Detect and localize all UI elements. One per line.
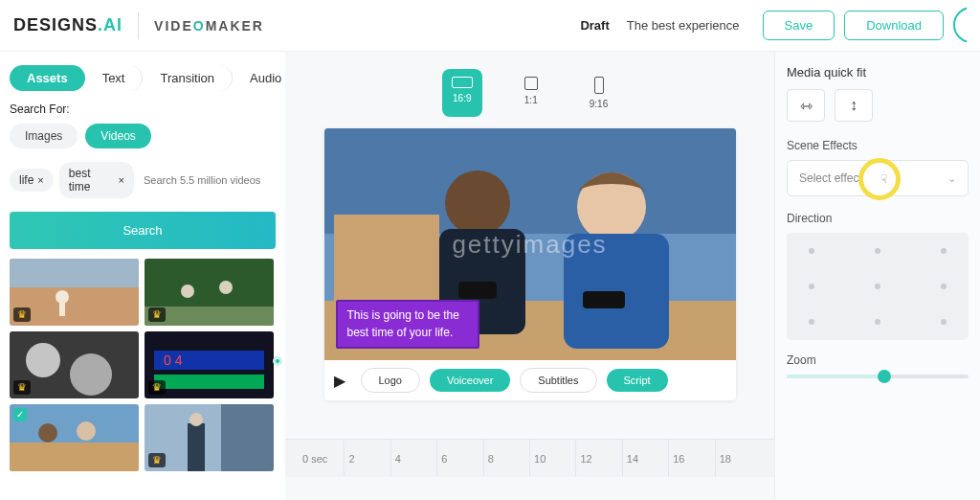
product-name: VIDEOMAKER (154, 18, 264, 34)
download-button[interactable]: Download (844, 11, 944, 40)
direction-ne[interactable] (941, 248, 947, 254)
svg-rect-26 (334, 215, 439, 310)
premium-icon: ♛ (13, 380, 31, 395)
pill-videos[interactable]: Videos (85, 124, 150, 148)
chip-logo[interactable]: Logo (361, 368, 420, 393)
project-title: The best experience (627, 18, 740, 33)
aspect-9-16[interactable]: 9:16 (580, 69, 617, 117)
play-icon[interactable]: ▶ (334, 372, 345, 390)
video-thumb[interactable]: ♛ (10, 259, 139, 326)
results-gallery: ♛ ♛ ♛ 0 4 ♛ ✓ (10, 259, 276, 471)
canvas-area: 16:9 1:1 9:16 (285, 52, 774, 500)
zoom-knob[interactable] (878, 370, 891, 383)
svg-rect-16 (10, 443, 139, 471)
svg-point-2 (56, 290, 69, 304)
search-input[interactable] (144, 174, 276, 186)
svg-text:0 4: 0 4 (164, 352, 183, 368)
aspect-1-1[interactable]: 1:1 (515, 69, 547, 117)
fit-horizontal-button[interactable]: ⇿ (787, 89, 825, 122)
direction-se[interactable] (941, 319, 947, 325)
svg-rect-29 (458, 282, 497, 299)
media-fit-label: Media quick fit (787, 65, 969, 80)
svg-rect-32 (583, 291, 625, 308)
svg-point-22 (189, 413, 203, 426)
svg-point-9 (26, 343, 60, 377)
caption-overlay[interactable]: This is going to be the best time of you… (336, 300, 479, 349)
tag-life[interactable]: life × (10, 169, 54, 192)
direction-nw[interactable] (809, 248, 814, 254)
direction-n[interactable] (875, 248, 880, 254)
chevron-down-icon: ⌄ (947, 172, 956, 185)
tab-transition[interactable]: Transition (143, 65, 233, 91)
search-button[interactable]: Search (10, 212, 276, 249)
properties-panel: Media quick fit ⇿ ↕ Scene Effects Select… (774, 52, 980, 500)
timeline-tick: 6 (437, 440, 483, 477)
svg-point-17 (38, 423, 57, 443)
cursor-hand-icon: ☟ (880, 172, 887, 186)
zoom-slider[interactable] (787, 375, 969, 378)
app-header: DESIGNS.AI VIDEOMAKER Draft The best exp… (0, 0, 980, 52)
svg-point-7 (219, 281, 233, 294)
svg-rect-1 (10, 259, 139, 287)
avatar[interactable] (953, 7, 967, 43)
brand-logo: DESIGNS.AI (13, 15, 122, 35)
timeline-tick: 4 (391, 440, 437, 477)
search-for-label: Search For: (10, 102, 276, 116)
fit-horizontal-icon: ⇿ (800, 97, 813, 115)
timeline-tick: 10 (530, 440, 576, 477)
video-preview[interactable]: gettyimages This is going to be the best… (324, 128, 736, 360)
timeline-tick: 2 (345, 440, 390, 477)
tab-text[interactable]: Text (85, 65, 144, 91)
timeline-tick: 12 (576, 440, 622, 477)
video-thumb[interactable]: ✓ (10, 404, 139, 471)
timeline-tick: 14 (623, 440, 669, 477)
save-button[interactable]: Save (763, 11, 835, 40)
timeline-tick: 18 (716, 440, 761, 477)
tab-audio[interactable]: Audio (233, 65, 299, 91)
scene-effects-label: Scene Effects (787, 139, 969, 152)
chip-script[interactable]: Script (607, 369, 668, 392)
direction-label: Direction (787, 212, 969, 225)
timeline-tick: 16 (669, 440, 715, 477)
zoom-label: Zoom (787, 353, 969, 367)
aspect-16-9[interactable]: 16:9 (442, 69, 482, 117)
premium-icon: ♛ (148, 380, 166, 395)
draft-label: Draft (580, 18, 609, 33)
direction-center[interactable] (875, 284, 880, 289)
direction-w[interactable] (809, 284, 814, 289)
pill-images[interactable]: Images (10, 124, 78, 148)
svg-point-10 (70, 353, 112, 396)
asset-sidebar: Assets Text Transition Audio Search For:… (0, 52, 285, 500)
svg-rect-3 (59, 302, 65, 316)
video-thumb[interactable]: 0 4 ♛ (145, 331, 274, 398)
video-thumb[interactable]: ♛ (145, 259, 274, 326)
fit-vertical-icon: ↕ (850, 97, 858, 114)
timeline-ruler[interactable]: 0 sec 2 4 6 8 10 12 14 16 18 (285, 439, 774, 477)
svg-rect-20 (221, 404, 274, 471)
svg-point-18 (77, 421, 96, 441)
video-thumb[interactable]: ♛ (145, 404, 274, 471)
direction-e[interactable] (941, 284, 947, 289)
direction-sw[interactable] (809, 319, 814, 325)
tab-assets[interactable]: Assets (10, 65, 85, 91)
selected-icon: ✓ (13, 408, 27, 421)
svg-point-6 (181, 284, 194, 298)
svg-rect-21 (188, 423, 205, 471)
premium-icon: ♛ (148, 453, 166, 467)
chip-subtitles[interactable]: Subtitles (520, 368, 596, 393)
chip-voiceover[interactable]: Voiceover (430, 369, 510, 392)
premium-icon: ♛ (13, 307, 31, 322)
svg-rect-14 (154, 375, 264, 389)
gallery-scroll-indicator[interactable] (279, 328, 283, 500)
divider (138, 12, 139, 39)
video-thumb[interactable]: ♛ (10, 331, 139, 398)
direction-s[interactable] (875, 319, 880, 325)
premium-icon: ♛ (148, 307, 166, 322)
fit-vertical-button[interactable]: ↕ (835, 89, 873, 122)
tag-remove-icon[interactable]: × (37, 174, 43, 186)
tag-best-time[interactable]: best time × (59, 162, 134, 198)
tag-remove-icon[interactable]: × (119, 174, 124, 186)
preview-panel: gettyimages This is going to be the best… (324, 128, 736, 400)
effect-select[interactable]: Select effect ⌄ ☟ (787, 160, 969, 196)
direction-grid (787, 233, 969, 340)
